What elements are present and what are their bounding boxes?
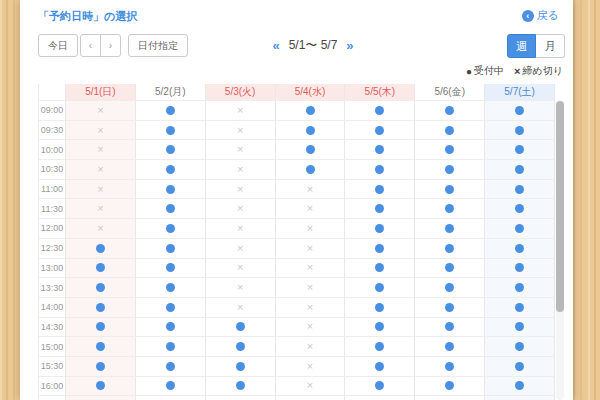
slot-cell[interactable] <box>345 121 415 140</box>
closed-slot-mark: × <box>237 302 243 313</box>
slot-cell[interactable] <box>206 377 276 396</box>
open-slot-dot <box>375 224 384 233</box>
slot-cell[interactable] <box>415 278 485 297</box>
slot-cell[interactable] <box>345 239 415 258</box>
slot-cell[interactable] <box>485 318 555 337</box>
slot-cell[interactable] <box>136 239 206 258</box>
slot-cell[interactable] <box>415 199 485 218</box>
slot-cell[interactable] <box>345 357 415 376</box>
slot-cell[interactable] <box>136 219 206 238</box>
slot-cell[interactable] <box>66 377 136 396</box>
slot-cell[interactable] <box>485 259 555 278</box>
slot-cell[interactable] <box>136 160 206 179</box>
slot-cell[interactable] <box>206 318 276 337</box>
slot-cell[interactable] <box>415 140 485 159</box>
slot-cell[interactable] <box>345 180 415 199</box>
slot-cell[interactable] <box>485 357 555 376</box>
slot-cell[interactable] <box>485 219 555 238</box>
slot-cell[interactable] <box>415 357 485 376</box>
slot-cell[interactable] <box>136 377 206 396</box>
slot-cell[interactable] <box>415 337 485 356</box>
slot-cell[interactable] <box>66 318 136 337</box>
slot-cell[interactable] <box>66 239 136 258</box>
slot-cell[interactable] <box>136 337 206 356</box>
slot-cell[interactable] <box>136 298 206 317</box>
slot-cell: × <box>206 199 276 218</box>
slot-cell[interactable] <box>66 259 136 278</box>
slot-cell[interactable] <box>66 337 136 356</box>
open-slot-dot <box>375 283 384 292</box>
slot-cell[interactable] <box>415 239 485 258</box>
range-prev-icon[interactable]: « <box>272 38 279 53</box>
slot-cell[interactable] <box>415 101 485 120</box>
slot-cell[interactable] <box>345 140 415 159</box>
scrollbar-thumb[interactable] <box>556 101 564 312</box>
slot-cell[interactable] <box>276 140 346 159</box>
slot-cell[interactable] <box>345 298 415 317</box>
next-day-button[interactable]: › <box>100 34 121 57</box>
slot-cell[interactable] <box>345 101 415 120</box>
slot-cell[interactable] <box>485 278 555 297</box>
slot-cell[interactable] <box>485 180 555 199</box>
slot-cell[interactable] <box>485 121 555 140</box>
slot-cell[interactable] <box>485 160 555 179</box>
time-label: 10:30 <box>39 160 66 179</box>
slot-cell[interactable] <box>415 377 485 396</box>
slot-cell[interactable] <box>136 278 206 297</box>
date-pick-button[interactable]: 日付指定 <box>128 34 188 57</box>
slot-cell[interactable] <box>276 121 346 140</box>
slot-cell[interactable] <box>136 357 206 376</box>
slot-cell[interactable] <box>415 121 485 140</box>
slot-cell[interactable] <box>276 160 346 179</box>
slot-cell[interactable] <box>415 219 485 238</box>
slot-cell[interactable] <box>136 259 206 278</box>
slot-cell[interactable] <box>485 377 555 396</box>
slot-cell[interactable] <box>206 357 276 376</box>
time-label: 16:00 <box>39 377 66 396</box>
open-slot-dot <box>375 303 384 312</box>
slot-cell[interactable] <box>485 239 555 258</box>
prev-day-button[interactable]: ‹ <box>80 34 101 57</box>
slot-cell[interactable] <box>415 180 485 199</box>
slot-cell[interactable] <box>66 357 136 376</box>
slot-cell[interactable] <box>136 101 206 120</box>
slot-cell[interactable] <box>345 219 415 238</box>
slot-cell[interactable] <box>66 298 136 317</box>
slot-cell[interactable] <box>485 298 555 317</box>
time-label: 10:00 <box>39 140 66 159</box>
slot-cell: × <box>66 180 136 199</box>
closed-slot-mark: × <box>237 243 243 254</box>
slot-cell[interactable] <box>415 318 485 337</box>
slot-cell[interactable] <box>345 259 415 278</box>
week-view-button[interactable]: 週 <box>507 34 536 58</box>
range-next-icon[interactable]: » <box>346 38 353 53</box>
slot-cell[interactable] <box>136 199 206 218</box>
today-button[interactable]: 今日 <box>38 34 78 57</box>
slot-cell[interactable] <box>345 199 415 218</box>
month-view-button[interactable]: 月 <box>536 34 565 58</box>
slot-cell[interactable] <box>415 298 485 317</box>
back-link[interactable]: ‹ 戻る <box>522 8 559 23</box>
slot-cell[interactable] <box>485 101 555 120</box>
slot-cell[interactable] <box>415 160 485 179</box>
slot-cell[interactable] <box>136 121 206 140</box>
slot-cell[interactable] <box>136 180 206 199</box>
slot-cell[interactable] <box>345 160 415 179</box>
slot-cell[interactable] <box>206 337 276 356</box>
open-slot-dot <box>515 283 524 292</box>
slot-cell[interactable] <box>136 140 206 159</box>
open-slot-dot <box>375 145 384 154</box>
slot-cell[interactable] <box>66 278 136 297</box>
slot-cell[interactable] <box>345 278 415 297</box>
slot-cell[interactable] <box>485 337 555 356</box>
slot-cell[interactable] <box>345 318 415 337</box>
slot-cell[interactable] <box>345 337 415 356</box>
slot-cell[interactable] <box>485 199 555 218</box>
slot-cell[interactable] <box>345 377 415 396</box>
slot-cell[interactable] <box>485 140 555 159</box>
slot-cell[interactable] <box>276 101 346 120</box>
time-label: 11:00 <box>39 180 66 199</box>
open-slot-dot <box>166 126 175 135</box>
slot-cell[interactable] <box>415 259 485 278</box>
slot-cell[interactable] <box>136 318 206 337</box>
